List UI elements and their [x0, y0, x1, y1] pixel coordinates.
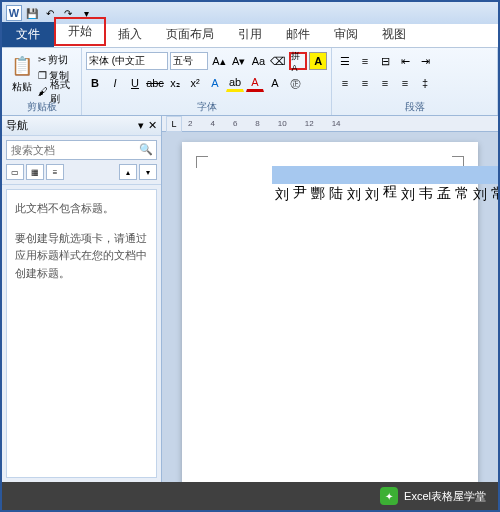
nav-prev-icon[interactable]: ▴ — [119, 164, 137, 180]
align-left-button[interactable]: ≡ — [336, 74, 354, 92]
shrink-font-button[interactable]: A▾ — [230, 52, 248, 70]
line-spacing-button[interactable]: ‡ — [416, 74, 434, 92]
align-right-button[interactable]: ≡ — [376, 74, 394, 92]
word-logo-icon: W — [6, 5, 22, 21]
body-area: 导航 ▾ ✕ 🔍 ▭ ▦ ≡ ▴ ▾ 此文档不包含标题。 要创建导航选项卡，请通… — [2, 116, 498, 482]
search-input[interactable] — [6, 140, 157, 160]
watermark-footer: ✦ Excel表格屋学堂 — [2, 482, 498, 510]
underline-button[interactable]: U — [126, 74, 144, 92]
change-case-button[interactable]: Aa — [250, 52, 268, 70]
bullets-button[interactable]: ☰ — [336, 52, 354, 70]
search-icon[interactable]: 🔍 — [139, 143, 153, 156]
selected-char: 常 — [452, 166, 470, 184]
justify-button[interactable]: ≡ — [396, 74, 414, 92]
selected-char: 刘 — [344, 166, 362, 184]
horizontal-ruler[interactable]: 2 4 6 8 10 12 14 — [162, 116, 498, 132]
watermark-text: Excel表格屋学堂 — [404, 489, 486, 504]
tab-view[interactable]: 视图 — [370, 22, 418, 47]
nav-msg-empty: 此文档不包含标题。 — [15, 200, 148, 218]
paste-icon: 📋 — [10, 52, 34, 80]
wechat-icon: ✦ — [380, 487, 398, 505]
nav-close-icon[interactable]: ✕ — [148, 119, 157, 132]
selected-char: 程 — [380, 166, 398, 184]
document-area: L 2 4 6 8 10 12 14 肖常常刘常孟韦刘程刘刘陆酆尹刘 — [162, 116, 498, 482]
tab-references[interactable]: 引用 — [226, 22, 274, 47]
paste-label: 粘贴 — [12, 80, 32, 94]
text-effects-button[interactable]: A — [206, 74, 224, 92]
enclose-char-button[interactable]: ㊣ — [286, 74, 304, 92]
selected-char: 刘 — [362, 166, 380, 184]
ribbon: 📋 粘贴 ✂剪切 ❐复制 🖌格式刷 剪贴板 A▴ A▾ Aa ⌫ 拼A A B … — [2, 48, 498, 116]
nav-tab-results[interactable]: ≡ — [46, 164, 64, 180]
selected-text-column[interactable]: 肖常常刘常孟韦刘程刘刘陆酆尹刘 — [272, 166, 498, 184]
align-center-button[interactable]: ≡ — [356, 74, 374, 92]
font-name-select[interactable] — [86, 52, 168, 70]
decrease-indent-button[interactable]: ⇤ — [396, 52, 414, 70]
nav-view-tabs: ▭ ▦ ≡ ▴ ▾ — [2, 164, 161, 185]
selected-char: 尹 — [290, 166, 308, 184]
nav-dropdown-icon[interactable]: ▾ — [138, 119, 144, 132]
nav-search: 🔍 — [6, 140, 157, 160]
paste-button[interactable]: 📋 粘贴 — [6, 50, 38, 100]
format-painter-button[interactable]: 🖌格式刷 — [38, 84, 77, 99]
increase-indent-button[interactable]: ⇥ — [416, 52, 434, 70]
selected-char: 刘 — [470, 166, 488, 184]
save-icon[interactable]: 💾 — [24, 5, 40, 21]
highlight-color-button[interactable]: ab — [226, 74, 244, 92]
nav-tab-headings[interactable]: ▭ — [6, 164, 24, 180]
group-clipboard: 📋 粘贴 ✂剪切 ❐复制 🖌格式刷 剪贴板 — [2, 48, 82, 115]
char-shading-button[interactable]: A — [266, 74, 284, 92]
italic-button[interactable]: I — [106, 74, 124, 92]
nav-body: 此文档不包含标题。 要创建导航选项卡，请通过应用标题样式在您的文档中创建标题。 — [6, 189, 157, 478]
selected-char: 韦 — [416, 166, 434, 184]
tab-file[interactable]: 文件 — [2, 22, 54, 47]
group-font: A▴ A▾ Aa ⌫ 拼A A B I U abc x₂ x² A ab A A… — [82, 48, 332, 115]
group-paragraph: ☰ ≡ ⊟ ⇤ ⇥ ≡ ≡ ≡ ≡ ‡ 段落 — [332, 48, 498, 115]
scissors-icon: ✂ — [38, 54, 46, 65]
selected-char: 陆 — [326, 166, 344, 184]
nav-next-icon[interactable]: ▾ — [139, 164, 157, 180]
navigation-pane: 导航 ▾ ✕ 🔍 ▭ ▦ ≡ ▴ ▾ 此文档不包含标题。 要创建导航选项卡，请通… — [2, 116, 162, 482]
font-group-label: 字体 — [82, 99, 331, 115]
nav-title: 导航 — [6, 118, 28, 133]
subscript-button[interactable]: x₂ — [166, 74, 184, 92]
multilevel-button[interactable]: ⊟ — [376, 52, 394, 70]
tab-layout[interactable]: 页面布局 — [154, 22, 226, 47]
copy-icon: ❐ — [38, 70, 47, 81]
selected-char: 刘 — [272, 166, 290, 184]
selected-char: 常 — [488, 166, 498, 184]
selected-char: 酆 — [308, 166, 326, 184]
tab-review[interactable]: 审阅 — [322, 22, 370, 47]
nav-tab-pages[interactable]: ▦ — [26, 164, 44, 180]
nav-msg-hint: 要创建导航选项卡，请通过应用标题样式在您的文档中创建标题。 — [15, 230, 148, 283]
selected-char: 孟 — [434, 166, 452, 184]
tab-insert[interactable]: 插入 — [106, 22, 154, 47]
clipboard-group-label: 剪贴板 — [2, 99, 81, 115]
superscript-button[interactable]: x² — [186, 74, 204, 92]
cut-button[interactable]: ✂剪切 — [38, 52, 77, 67]
brush-icon: 🖌 — [38, 86, 48, 97]
numbering-button[interactable]: ≡ — [356, 52, 374, 70]
font-color-button[interactable]: A — [246, 74, 264, 92]
clear-format-button[interactable]: ⌫ — [269, 52, 287, 70]
strike-button[interactable]: abc — [146, 74, 164, 92]
margin-mark-tl — [196, 156, 208, 168]
tab-mail[interactable]: 邮件 — [274, 22, 322, 47]
selected-char: 刘 — [398, 166, 416, 184]
paragraph-group-label: 段落 — [332, 99, 497, 115]
ruler-corner[interactable]: L — [166, 116, 182, 132]
ribbon-tabs: 文件 开始 插入 页面布局 引用 邮件 审阅 视图 — [2, 24, 498, 48]
document-page[interactable]: 肖常常刘常孟韦刘程刘刘陆酆尹刘 — [182, 142, 478, 482]
grow-font-button[interactable]: A▴ — [210, 52, 228, 70]
phonetic-guide-button[interactable]: 拼A — [289, 52, 307, 70]
bold-button[interactable]: B — [86, 74, 104, 92]
char-border-button[interactable]: A — [309, 52, 327, 70]
nav-header: 导航 ▾ ✕ — [2, 116, 161, 136]
tab-home[interactable]: 开始 — [54, 17, 106, 46]
font-size-select[interactable] — [170, 52, 208, 70]
